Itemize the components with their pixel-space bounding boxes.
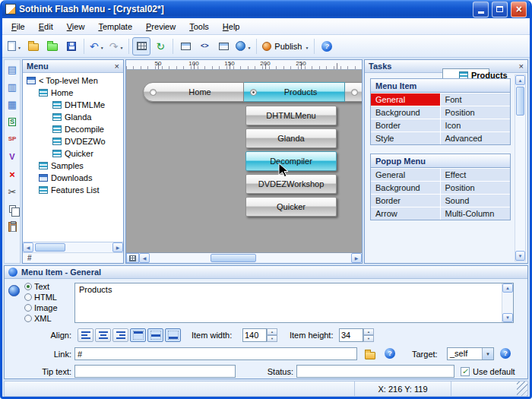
maximize-button[interactable] [492, 2, 508, 17]
tasks-vertical-scrollbar[interactable] [515, 74, 526, 261]
menu-tools[interactable]: Tools [183, 20, 215, 33]
script-button[interactable]: S [6, 116, 18, 128]
tree-item-decompiler[interactable]: Decompile [23, 123, 123, 135]
task-popup-background[interactable]: Background [371, 181, 441, 194]
task-advanced[interactable]: Advanced [441, 131, 511, 144]
scroll-left-icon[interactable] [23, 242, 33, 252]
task-icon[interactable]: Icon [441, 119, 511, 131]
canvas-horizontal-scrollbar[interactable] [126, 252, 362, 263]
item-text-input[interactable]: Products [74, 283, 514, 323]
resize-window-button[interactable] [176, 37, 195, 55]
task-font[interactable]: Font [441, 93, 511, 106]
task-popup-multicolumn[interactable]: Multi-Column [441, 207, 511, 220]
redo-button[interactable]: ↷ [107, 37, 126, 55]
ruler-toggle-button[interactable] [126, 253, 139, 263]
tree-item-features-list[interactable]: Features List [23, 184, 123, 196]
preview-item-home[interactable]: Home [143, 82, 244, 102]
popup-item-glanda[interactable]: Glanda [245, 128, 337, 148]
app-icon[interactable] [5, 4, 16, 14]
menu-edit[interactable]: Edit [33, 20, 59, 33]
new-button[interactable] [5, 37, 24, 55]
open-button[interactable] [24, 37, 43, 55]
item-height-stepper[interactable] [339, 328, 374, 342]
delete-button[interactable]: × [6, 168, 18, 180]
tree-item-root[interactable]: < Top-level Men [23, 74, 123, 87]
item-height-input[interactable] [339, 328, 363, 342]
spin-up-icon[interactable] [363, 328, 374, 335]
spin-up-icon[interactable] [267, 328, 277, 335]
popup-item-decompiler[interactable]: Decompiler [245, 151, 337, 171]
tree-item-dhtmlmenu[interactable]: DHTMLMe [23, 99, 123, 111]
tree-item-quicker[interactable]: Quicker [23, 147, 123, 160]
content-type-xml[interactable]: XML [24, 313, 58, 323]
task-popup-general[interactable]: General [371, 168, 441, 181]
scroll-down-icon[interactable] [502, 313, 513, 322]
preview-item-products[interactable]: Products [244, 82, 345, 102]
scroll-down-icon[interactable] [515, 251, 525, 261]
use-default-checkbox[interactable]: Use default [461, 365, 515, 378]
scroll-right-icon[interactable] [112, 242, 123, 252]
insert-code-button[interactable]: <> [195, 37, 214, 55]
tree-item-dvdezworkshop[interactable]: DVDEZWo [23, 135, 123, 147]
popup-item-quicker[interactable]: Quicker [245, 197, 337, 217]
target-select[interactable]: _self [447, 347, 494, 360]
undo-button[interactable]: ↶ [87, 37, 106, 55]
valign-top-button[interactable] [130, 328, 146, 342]
tree-item-glanda[interactable]: Glanda [23, 111, 123, 123]
tree-item-downloads[interactable]: Downloads [23, 172, 123, 184]
resize-grip[interactable] [517, 382, 527, 396]
content-type-image[interactable]: Image [24, 302, 58, 312]
task-position[interactable]: Position [441, 106, 511, 119]
close-panel-icon[interactable] [115, 62, 119, 71]
content-type-text[interactable]: Text [24, 281, 58, 291]
add-sub-item-button[interactable]: ▦ [6, 98, 18, 110]
task-popup-arrow[interactable]: Arrow [371, 207, 441, 220]
menu-view[interactable]: View [61, 20, 91, 33]
task-general[interactable]: General [371, 93, 441, 106]
canvas-body[interactable]: Home Products S DHTMLMenu Glanda Decompi… [126, 70, 362, 252]
scroll-up-icon[interactable] [515, 75, 525, 85]
item-width-stepper[interactable] [242, 328, 277, 342]
scrollbar-thumb[interactable] [35, 243, 65, 252]
add-main-item-button[interactable]: ▤ [6, 63, 18, 75]
task-popup-sound[interactable]: Sound [441, 194, 511, 207]
variable-button[interactable]: V [6, 150, 18, 163]
cut-button[interactable]: ✂ [6, 185, 18, 198]
menu-template[interactable]: Template [92, 20, 138, 33]
menu-help[interactable]: Help [217, 20, 246, 33]
scroll-right-icon[interactable] [351, 253, 362, 263]
dropdown-arrow-icon[interactable] [482, 348, 493, 359]
item-width-input[interactable] [242, 328, 267, 342]
popup-item-dvdezworkshop[interactable]: DVDEZWorkshop [245, 174, 337, 194]
menu-preview[interactable]: Preview [140, 20, 182, 33]
status-input[interactable] [296, 365, 454, 378]
menu-file[interactable]: File [5, 20, 31, 33]
publish-button[interactable]: Publish [260, 37, 311, 55]
task-background[interactable]: Background [371, 106, 441, 119]
copy-button[interactable] [6, 203, 18, 215]
popup-item-dhtmlmenu[interactable]: DHTMLMenu [245, 106, 337, 125]
add-popup-item-button[interactable]: ▥ [6, 81, 18, 93]
browser-preview-button[interactable] [233, 37, 253, 55]
textbox-scrollbar[interactable] [502, 283, 513, 322]
scrollbar-thumb[interactable] [211, 254, 256, 262]
task-popup-position[interactable]: Position [441, 181, 511, 194]
tree-horizontal-scrollbar[interactable] [23, 242, 123, 252]
tree-item-samples[interactable]: Samples [23, 160, 123, 172]
import-button[interactable] [43, 37, 62, 55]
valign-bottom-button[interactable] [165, 328, 181, 342]
link-help-icon[interactable] [385, 348, 395, 359]
help-button[interactable] [318, 37, 336, 55]
close-button[interactable] [511, 2, 527, 17]
tree-item-home[interactable]: Home [23, 87, 123, 99]
browse-folder-icon[interactable] [365, 352, 375, 359]
align-right-button[interactable] [112, 328, 128, 342]
optimize-button[interactable] [214, 37, 233, 55]
task-style[interactable]: Style [371, 131, 441, 144]
close-panel-icon[interactable] [519, 62, 524, 71]
minimize-button[interactable] [473, 2, 489, 17]
content-type-html[interactable]: HTML [24, 292, 58, 302]
valign-middle-button[interactable] [147, 328, 163, 342]
scrollbar-thumb[interactable] [516, 87, 524, 116]
refresh-preview-button[interactable]: ↻ [151, 37, 169, 55]
